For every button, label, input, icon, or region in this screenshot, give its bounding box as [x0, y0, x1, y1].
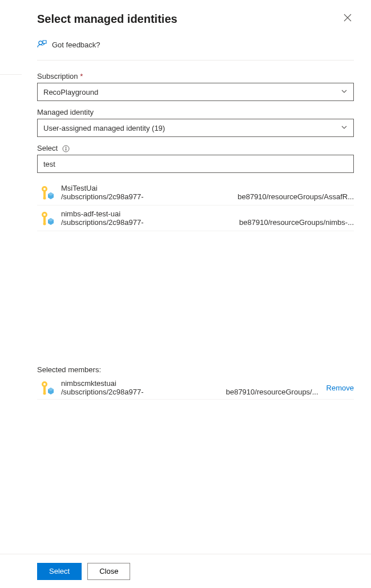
identity-path-left: /subscriptions/2c98a977-: [61, 192, 144, 201]
managed-identity-label: Managed identity: [37, 108, 354, 116]
feedback-label: Got feedback?: [52, 41, 100, 49]
select-label: Select: [37, 144, 354, 152]
identity-name: MsiTestUai: [61, 184, 354, 192]
managed-identity-icon: [37, 209, 55, 227]
page-title: Select managed identities: [37, 13, 178, 26]
identity-path-left: /subscriptions/2c98a977-: [61, 218, 144, 227]
close-button-footer[interactable]: Close: [87, 563, 130, 580]
identity-path-right: be87910/resourceGroups/...: [226, 388, 318, 396]
svg-rect-5: [43, 191, 46, 198]
svg-point-6: [43, 197, 46, 200]
svg-rect-3: [66, 148, 66, 151]
svg-point-11: [43, 214, 46, 216]
selected-item: nimbscmktestuai /subscriptions/2c98a977-…: [37, 376, 354, 400]
feedback-link[interactable]: Got feedback?: [37, 39, 354, 61]
select-button[interactable]: Select: [37, 563, 82, 580]
managed-identity-dropdown[interactable]: User-assigned managed identity (19): [37, 119, 354, 137]
info-icon[interactable]: [62, 145, 70, 152]
results-list: MsiTestUai /subscriptions/2c98a977- be87…: [37, 180, 354, 231]
close-button[interactable]: [341, 11, 354, 26]
identity-path-left: /subscriptions/2c98a977-: [61, 388, 144, 396]
managed-identity-icon: [37, 378, 55, 397]
managed-identity-icon: [37, 183, 55, 202]
svg-point-15: [43, 383, 46, 385]
identity-name: nimbscmktestuai: [61, 379, 318, 388]
svg-point-7: [43, 188, 46, 190]
identity-path-right: be87910/resourceGroups/nimbs-...: [239, 218, 354, 227]
remove-link[interactable]: Remove: [326, 384, 354, 392]
required-asterisk: *: [80, 72, 83, 80]
chevron-down-icon: [341, 88, 348, 96]
svg-point-0: [39, 41, 42, 45]
svg-point-2: [65, 147, 66, 148]
svg-rect-13: [43, 386, 46, 393]
svg-point-10: [43, 223, 46, 225]
svg-rect-9: [43, 216, 46, 223]
subscription-label: Subscription *: [37, 72, 354, 80]
chevron-down-icon: [341, 124, 348, 132]
subscription-dropdown[interactable]: RecoPlayground: [37, 83, 354, 101]
feedback-icon: [37, 39, 47, 51]
footer: Select Close: [0, 554, 371, 588]
subscription-value: RecoPlayground: [43, 88, 98, 96]
identity-name: nimbs-adf-test-uai: [61, 210, 354, 218]
svg-point-14: [43, 392, 46, 395]
search-input[interactable]: [37, 155, 354, 173]
list-item[interactable]: nimbs-adf-test-uai /subscriptions/2c98a9…: [37, 206, 354, 231]
list-item[interactable]: MsiTestUai /subscriptions/2c98a977- be87…: [37, 180, 354, 206]
selected-members-heading: Selected members:: [37, 365, 354, 374]
identity-path-right: be87910/resourceGroups/AssafR...: [237, 192, 354, 201]
close-icon: [344, 14, 352, 23]
managed-identity-value: User-assigned managed identity (19): [43, 124, 165, 132]
